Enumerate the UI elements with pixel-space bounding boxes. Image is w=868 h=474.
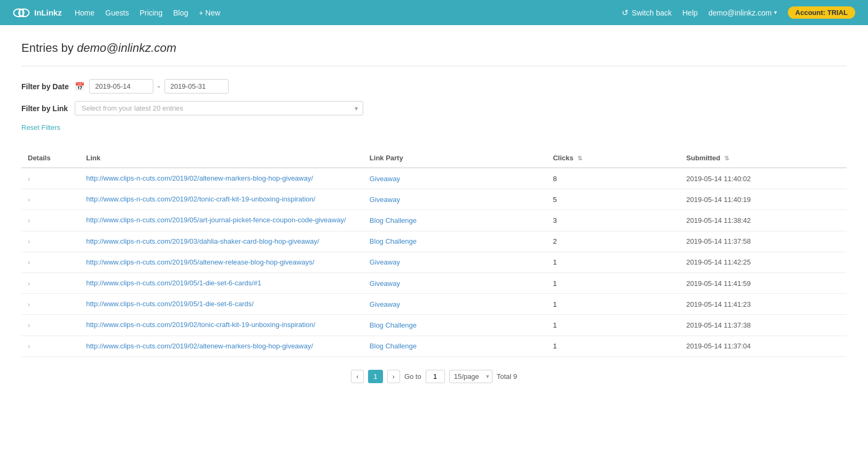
link-select-wrapper: Select from your latest 20 entries ▾ <box>75 101 363 115</box>
clicks-cell: 1 <box>546 336 680 356</box>
entry-link[interactable]: http://www.clips-n-cuts.com/2019/02/alte… <box>86 342 313 350</box>
table-row: › http://www.clips-n-cuts.com/2019/02/al… <box>21 336 847 356</box>
table-row: › http://www.clips-n-cuts.com/2019/02/al… <box>21 168 847 189</box>
table-row: › http://www.clips-n-cuts.com/2019/05/1-… <box>21 294 847 315</box>
goto-label: Go to <box>404 372 421 380</box>
expand-cell: › <box>21 189 80 210</box>
expand-button[interactable]: › <box>28 279 30 287</box>
reset-filters-link[interactable]: Reset Filters <box>21 123 60 131</box>
submitted-sort-icon: ⇅ <box>724 155 729 162</box>
party-cell: Blog Challenge <box>363 315 546 336</box>
col-header-link: Link <box>80 149 363 168</box>
expand-cell: › <box>21 315 80 336</box>
expand-button[interactable]: › <box>28 175 30 183</box>
table-row: › http://www.clips-n-cuts.com/2019/05/1-… <box>21 273 847 293</box>
party-link[interactable]: Giveaway <box>370 196 400 204</box>
clicks-cell: 1 <box>546 315 680 336</box>
nav-right: ↺ Switch back Help demo@inlinkz.com ▾ Ac… <box>622 6 855 19</box>
expand-button[interactable]: › <box>28 342 30 350</box>
entry-link[interactable]: http://www.clips-n-cuts.com/2019/02/toni… <box>86 195 315 203</box>
entry-link[interactable]: http://www.clips-n-cuts.com/2019/03/dahl… <box>86 237 319 245</box>
title-prefix: Entries by <box>21 41 74 55</box>
nav-blog[interactable]: Blog <box>173 9 188 17</box>
goto-input[interactable] <box>426 370 445 383</box>
expand-button[interactable]: › <box>28 300 30 308</box>
nav-home[interactable]: Home <box>75 9 95 17</box>
expand-button[interactable]: › <box>28 258 30 266</box>
entry-link[interactable]: http://www.clips-n-cuts.com/2019/02/alte… <box>86 174 313 182</box>
expand-button[interactable]: › <box>28 196 30 204</box>
submitted-cell: 2019-05-14 11:41:23 <box>680 294 847 315</box>
logo-icon <box>13 5 30 20</box>
expand-button[interactable]: › <box>28 321 30 329</box>
party-link[interactable]: Giveaway <box>370 258 400 266</box>
link-cell: http://www.clips-n-cuts.com/2019/03/dahl… <box>80 231 363 252</box>
nav-guests[interactable]: Guests <box>105 9 129 17</box>
entry-link[interactable]: http://www.clips-n-cuts.com/2019/05/alte… <box>86 258 314 266</box>
clicks-cell: 1 <box>546 273 680 293</box>
date-from-input[interactable] <box>89 79 153 94</box>
table-row: › http://www.clips-n-cuts.com/2019/05/ar… <box>21 210 847 231</box>
link-select[interactable]: Select from your latest 20 entries <box>75 101 363 115</box>
party-link[interactable]: Giveaway <box>370 279 400 287</box>
perpage-wrapper: 15/page ▾ <box>449 370 492 383</box>
expand-cell: › <box>21 231 80 252</box>
clicks-cell: 8 <box>546 168 680 189</box>
party-link[interactable]: Blog Challenge <box>370 321 417 329</box>
party-link[interactable]: Blog Challenge <box>370 237 417 245</box>
submitted-cell: 2019-05-14 11:38:42 <box>680 210 847 231</box>
link-cell: http://www.clips-n-cuts.com/2019/05/1-di… <box>80 273 363 293</box>
nav-pricing[interactable]: Pricing <box>139 9 162 17</box>
expand-button[interactable]: › <box>28 216 30 224</box>
col-header-submitted[interactable]: Submitted ⇅ <box>680 149 847 168</box>
switch-back-button[interactable]: ↺ Switch back <box>622 8 672 18</box>
table-header-row: Details Link Link Party Clicks ⇅ Submitt… <box>21 149 847 168</box>
user-dropdown[interactable]: demo@inlinkz.com ▾ <box>708 9 777 17</box>
party-cell: Giveaway <box>363 294 546 315</box>
navbar: InLinkz Home Guests Pricing Blog + New ↺… <box>0 0 868 25</box>
calendar-icon: 📅 <box>75 82 85 91</box>
link-cell: http://www.clips-n-cuts.com/2019/05/1-di… <box>80 294 363 315</box>
party-link[interactable]: Blog Challenge <box>370 216 417 224</box>
entry-link[interactable]: http://www.clips-n-cuts.com/2019/05/1-di… <box>86 300 254 308</box>
page-title: Entries by demo@inlinkz.com <box>21 41 847 55</box>
date-input-group: 📅 - <box>75 79 229 94</box>
account-badge[interactable]: Account: TRIAL <box>788 6 855 19</box>
pagination-row: ‹ 1 › Go to 15/page ▾ Total 9 <box>21 370 847 394</box>
date-to-input[interactable] <box>165 79 229 94</box>
link-cell: http://www.clips-n-cuts.com/2019/02/toni… <box>80 315 363 336</box>
clicks-sort-icon: ⇅ <box>577 155 582 162</box>
expand-cell: › <box>21 336 80 356</box>
submitted-cell: 2019-05-14 11:41:59 <box>680 273 847 293</box>
party-cell: Blog Challenge <box>363 336 546 356</box>
link-cell: http://www.clips-n-cuts.com/2019/02/alte… <box>80 336 363 356</box>
col-header-clicks[interactable]: Clicks ⇅ <box>546 149 680 168</box>
nav-new[interactable]: + New <box>199 9 220 17</box>
expand-button[interactable]: › <box>28 237 30 245</box>
entry-link[interactable]: http://www.clips-n-cuts.com/2019/02/toni… <box>86 321 315 329</box>
submitted-cell: 2019-05-14 11:37:58 <box>680 231 847 252</box>
party-cell: Blog Challenge <box>363 210 546 231</box>
entry-link[interactable]: http://www.clips-n-cuts.com/2019/05/art-… <box>86 216 346 224</box>
help-link[interactable]: Help <box>683 9 698 17</box>
brand[interactable]: InLinkz <box>13 5 62 20</box>
col-header-details: Details <box>21 149 80 168</box>
link-cell: http://www.clips-n-cuts.com/2019/02/alte… <box>80 168 363 189</box>
next-page-button[interactable]: › <box>387 370 400 383</box>
clicks-cell: 5 <box>546 189 680 210</box>
clicks-cell: 1 <box>546 294 680 315</box>
date-filter-label: Filter by Date <box>21 82 69 91</box>
party-link[interactable]: Giveaway <box>370 175 400 183</box>
party-link[interactable]: Giveaway <box>370 300 400 308</box>
table-body: › http://www.clips-n-cuts.com/2019/02/al… <box>21 168 847 356</box>
perpage-select[interactable]: 15/page <box>449 370 492 383</box>
party-link[interactable]: Blog Challenge <box>370 342 417 350</box>
prev-page-button[interactable]: ‹ <box>351 370 364 383</box>
page-1-button[interactable]: 1 <box>368 370 382 383</box>
table-row: › http://www.clips-n-cuts.com/2019/02/to… <box>21 315 847 336</box>
title-divider <box>21 66 847 66</box>
submitted-cell: 2019-05-14 11:37:04 <box>680 336 847 356</box>
entry-link[interactable]: http://www.clips-n-cuts.com/2019/05/1-di… <box>86 279 261 287</box>
submitted-cell: 2019-05-14 11:37:38 <box>680 315 847 336</box>
expand-cell: › <box>21 273 80 293</box>
